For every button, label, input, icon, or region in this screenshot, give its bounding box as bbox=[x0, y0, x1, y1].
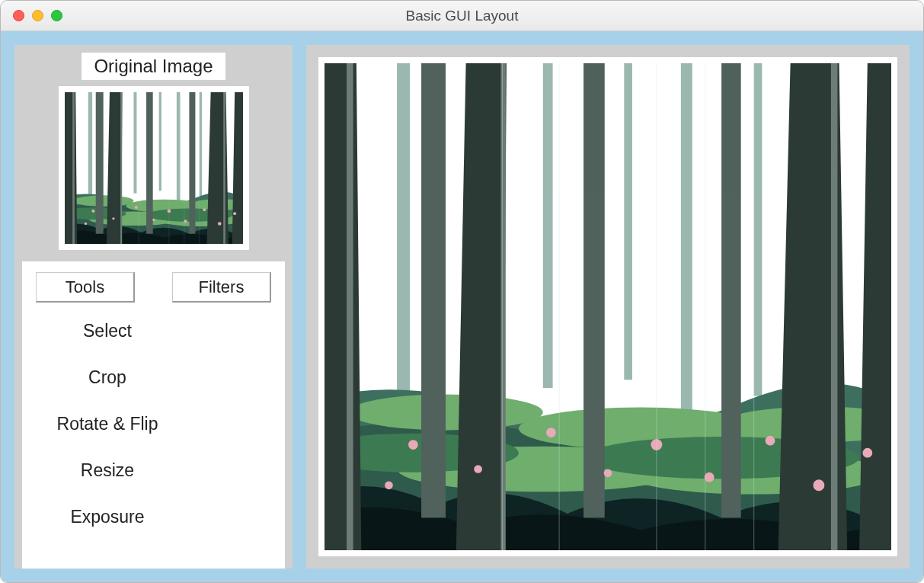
tools-panel: Tools Filters Select Crop Rotate & Flip … bbox=[22, 261, 285, 569]
titlebar: Basic GUI Layout bbox=[1, 1, 923, 31]
tab-tools[interactable]: Tools bbox=[36, 272, 135, 303]
forest-image-icon bbox=[65, 92, 243, 244]
tab-filters[interactable]: Filters bbox=[172, 272, 271, 303]
tool-rotate-flip[interactable]: Rotate & Flip bbox=[39, 414, 176, 434]
client-area: Original Image Tools Filters Select Crop… bbox=[1, 31, 923, 582]
close-icon[interactable] bbox=[13, 10, 24, 21]
tab-row: Tools Filters bbox=[36, 272, 271, 303]
main-panel bbox=[306, 45, 910, 569]
window-title: Basic GUI Layout bbox=[1, 8, 923, 24]
original-image-thumbnail bbox=[59, 86, 249, 250]
tool-exposure[interactable]: Exposure bbox=[39, 507, 176, 527]
main-image-frame bbox=[318, 57, 897, 556]
forest-image-main[interactable] bbox=[325, 63, 891, 550]
tool-resize[interactable]: Resize bbox=[39, 460, 176, 481]
tool-select[interactable]: Select bbox=[39, 321, 176, 341]
original-image-label: Original Image bbox=[82, 53, 225, 80]
window-controls bbox=[13, 10, 62, 21]
minimize-icon[interactable] bbox=[32, 10, 43, 21]
app-window: Basic GUI Layout Original Image Tools Fi… bbox=[0, 0, 924, 583]
tool-crop[interactable]: Crop bbox=[39, 367, 176, 388]
sidebar: Original Image Tools Filters Select Crop… bbox=[14, 45, 293, 569]
zoom-icon[interactable] bbox=[51, 10, 62, 21]
tool-list: Select Crop Rotate & Flip Resize Exposur… bbox=[36, 318, 271, 527]
